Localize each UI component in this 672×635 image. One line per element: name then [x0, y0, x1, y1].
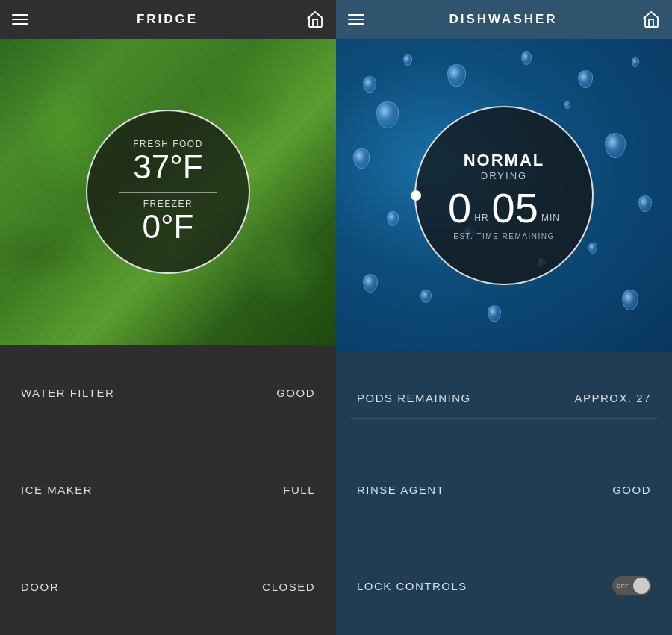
water-filter-label: WATER FILTER [21, 387, 114, 399]
ice-maker-label: ICE MAKER [21, 484, 93, 496]
hours-display: 0 [448, 187, 471, 229]
freezer-temp: 0°F [143, 209, 194, 245]
water-filter-value: GOOD [276, 387, 315, 399]
minutes-display: 05 [492, 187, 538, 229]
ice-maker-row: ICE MAKER FULL [15, 470, 321, 510]
lock-controls-toggle[interactable]: OFF [612, 576, 651, 595]
pods-label: PODS REMAINING [357, 392, 471, 404]
pods-value: APPROX. 27 [574, 392, 651, 404]
circle-divider [119, 192, 217, 193]
door-value: CLOSED [262, 581, 315, 593]
dishwasher-panel: DISHWASHER [336, 0, 672, 635]
rinse-agent-label: RINSE AGENT [357, 484, 444, 496]
water-filter-row: WATER FILTER GOOD [15, 373, 321, 413]
fridge-temp-circle: FRESH FOOD 37°F FREEZER 0°F [86, 110, 250, 274]
fridge-background: FRESH FOOD 37°F FREEZER 0°F [0, 39, 336, 345]
est-time-label: EST. TIME REMAINING [453, 232, 555, 240]
pods-remaining-row: PODS REMAINING APPROX. 27 [351, 378, 657, 419]
lock-controls-row: LOCK CONTROLS OFF [351, 563, 657, 609]
rinse-agent-value: GOOD [612, 484, 651, 496]
circle-handle-dot [411, 190, 421, 201]
dishwasher-status-circle: NORMAL DRYING 0 HR 05 MIN EST. TIME REMA… [414, 106, 594, 285]
cycle-phase: DRYING [481, 170, 527, 181]
fridge-menu-button[interactable] [12, 14, 28, 25]
dishwasher-home-icon[interactable] [642, 10, 660, 28]
time-display: 0 HR 05 MIN [448, 187, 560, 229]
fresh-food-label: FRESH FOOD [133, 139, 203, 149]
dishwasher-menu-button[interactable] [348, 14, 364, 25]
toggle-off-label: OFF [616, 583, 629, 589]
hr-label: HR [474, 213, 488, 223]
rinse-agent-row: RINSE AGENT GOOD [351, 470, 657, 510]
min-label: MIN [541, 213, 560, 223]
door-label: DOOR [21, 581, 59, 593]
fridge-status-section: WATER FILTER GOOD ICE MAKER FULL DOOR CL… [0, 345, 336, 635]
fridge-title: FRIDGE [137, 12, 198, 27]
ice-maker-value: FULL [283, 484, 315, 496]
freezer-label: FREEZER [143, 198, 193, 209]
cycle-mode: NORMAL [464, 151, 545, 170]
door-row: DOOR CLOSED [15, 567, 321, 607]
fridge-header: FRIDGE [0, 0, 336, 39]
toggle-knob [633, 578, 650, 594]
fresh-food-temp: 37°F [133, 149, 202, 185]
fridge-home-icon[interactable] [306, 10, 324, 28]
dishwasher-title: DISHWASHER [449, 12, 557, 27]
lock-controls-label: LOCK CONTROLS [357, 580, 467, 592]
dishwasher-header: DISHWASHER [336, 0, 672, 39]
dishwasher-background: NORMAL DRYING 0 HR 05 MIN EST. TIME REMA… [336, 39, 672, 352]
fridge-panel: FRIDGE FRESH FOOD 37°F FREEZER 0°F WATER… [0, 0, 336, 635]
dishwasher-status-section: PODS REMAINING APPROX. 27 RINSE AGENT GO… [336, 352, 672, 635]
